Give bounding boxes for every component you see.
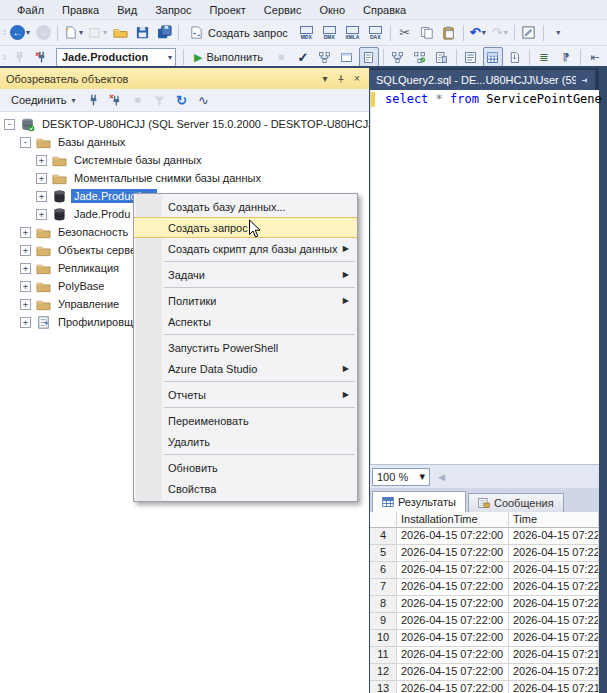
- tree-item[interactable]: -DESKTOP-U80HCJJ (SQL Server 15.0.2000 -…: [0, 115, 369, 133]
- save-all-button[interactable]: [154, 23, 174, 43]
- context-menu-item[interactable]: Переименовать: [134, 410, 357, 431]
- expand-icon[interactable]: +: [20, 281, 31, 292]
- new-file-button[interactable]: ▾: [62, 23, 84, 43]
- time-cell[interactable]: 2026-04-15 07:22:: [509, 528, 599, 545]
- menu-item-1[interactable]: Файл: [8, 2, 53, 18]
- row-number-cell[interactable]: 13: [370, 681, 397, 693]
- zoom-combobox[interactable]: 100 % ▾: [372, 468, 430, 486]
- context-menu-item[interactable]: Свойства: [134, 478, 357, 499]
- query-tab[interactable]: SQLQuery2.sql - DE...U80HCJJ\User (59))*: [370, 70, 595, 90]
- row-number-cell[interactable]: 10: [370, 630, 397, 647]
- grid-row[interactable]: 92026-04-15 07:22:002026-04-15 07:22:: [370, 613, 599, 630]
- grid-row[interactable]: 102026-04-15 07:22:002026-04-15 07:22:: [370, 630, 599, 647]
- disconnect-button[interactable]: [106, 90, 126, 110]
- time-cell[interactable]: 2026-04-15 07:22:: [509, 596, 599, 613]
- time-cell[interactable]: 2026-04-15 07:22:: [509, 579, 599, 596]
- outdent-button[interactable]: ⇤: [585, 47, 605, 67]
- database-combobox[interactable]: Jade.Production ▾: [56, 48, 176, 67]
- installation-time-cell[interactable]: 2026-04-15 07:22:00: [397, 630, 509, 647]
- context-menu-item[interactable]: Аспекты: [134, 311, 357, 332]
- collapse-icon[interactable]: -: [20, 137, 31, 148]
- grid-row[interactable]: 72026-04-15 07:22:002026-04-15 07:22:: [370, 579, 599, 596]
- new-query-button[interactable]: Создать запрос: [183, 23, 294, 43]
- query-options-button[interactable]: [337, 47, 357, 67]
- live-statistics-button[interactable]: [410, 47, 430, 67]
- editor-body[interactable]: select * from ServicePointGene: [371, 90, 602, 464]
- grid-row[interactable]: 62026-04-15 07:22:002026-04-15 07:22:: [370, 562, 599, 579]
- row-number-cell[interactable]: 11: [370, 647, 397, 664]
- tree-item[interactable]: -Базы данных: [0, 133, 369, 151]
- hscroll-left-arrow[interactable]: ◀: [438, 472, 445, 482]
- back-button[interactable]: ←▾: [9, 23, 31, 43]
- installation-time-cell[interactable]: 2026-04-15 07:22:00: [397, 545, 509, 562]
- grid-row[interactable]: 132026-04-15 07:22:002026-04-15 07:21:: [370, 681, 599, 693]
- row-number-cell[interactable]: 8: [370, 596, 397, 613]
- context-menu-item[interactable]: Политики▶: [134, 290, 357, 311]
- dax-query-button[interactable]: DAX: [365, 23, 386, 43]
- estimated-plan-button[interactable]: [315, 47, 335, 67]
- row-number-cell[interactable]: 7: [370, 579, 397, 596]
- properties-window-button[interactable]: [519, 23, 539, 43]
- toolbar-grip[interactable]: ⁞⁞: [0, 46, 8, 68]
- installation-time-cell[interactable]: 2026-04-15 07:22:00: [397, 562, 509, 579]
- filter-button[interactable]: [150, 90, 170, 110]
- stop-button[interactable]: ■: [128, 90, 148, 110]
- client-statistics-button[interactable]: [432, 47, 452, 67]
- grid-row[interactable]: 122026-04-15 07:22:002026-04-15 07:21:: [370, 664, 599, 681]
- installation-time-cell[interactable]: 2026-04-15 07:22:00: [397, 528, 509, 545]
- installation-time-cell[interactable]: 2026-04-15 07:22:00: [397, 596, 509, 613]
- tab-results[interactable]: Результаты: [372, 491, 466, 512]
- expand-icon[interactable]: +: [36, 209, 47, 220]
- pin-button[interactable]: [333, 71, 349, 86]
- intellisense-button[interactable]: [359, 47, 379, 67]
- menu-item-4[interactable]: Запрос: [146, 2, 200, 18]
- toolbar-grip[interactable]: ⁞⁞: [0, 20, 8, 45]
- time-cell[interactable]: 2026-04-15 07:22:: [509, 562, 599, 579]
- menu-item-3[interactable]: Вид: [108, 2, 146, 18]
- row-number-cell[interactable]: 6: [370, 562, 397, 579]
- installation-time-cell[interactable]: 2026-04-15 07:22:00: [397, 681, 509, 693]
- cut-button[interactable]: ✂: [395, 23, 415, 43]
- grid-row[interactable]: 52026-04-15 07:22:002026-04-15 07:22:: [370, 545, 599, 562]
- results-to-text-button[interactable]: [461, 47, 481, 67]
- installation-time-cell[interactable]: 2026-04-15 07:22:00: [397, 664, 509, 681]
- undo-button[interactable]: ↶▾: [468, 23, 488, 43]
- collapse-icon[interactable]: -: [4, 119, 15, 130]
- comment-button[interactable]: ≣: [534, 47, 554, 67]
- installation-time-cell[interactable]: 2026-04-15 07:22:00: [397, 647, 509, 664]
- row-number-cell[interactable]: 12: [370, 664, 397, 681]
- menu-item-7[interactable]: Окно: [311, 2, 355, 18]
- connect-button[interactable]: [9, 47, 29, 67]
- sql-editor[interactable]: select * from ServicePointGene: [370, 90, 599, 464]
- context-menu-item[interactable]: Отчеты▶: [134, 384, 357, 405]
- context-menu-item[interactable]: Создать запрос: [134, 217, 357, 238]
- time-cell[interactable]: 2026-04-15 07:21:: [509, 664, 599, 681]
- time-cell[interactable]: 2026-04-15 07:21:: [509, 647, 599, 664]
- copy-button[interactable]: [417, 23, 437, 43]
- expand-icon[interactable]: +: [20, 299, 31, 310]
- column-header-installation-time[interactable]: InstallationTime: [397, 512, 509, 528]
- mdx-query-button[interactable]: MDX: [296, 23, 317, 43]
- expand-icon[interactable]: +: [36, 155, 47, 166]
- tree-item[interactable]: +Системные базы данных: [0, 151, 369, 169]
- menu-item-2[interactable]: Правка: [53, 2, 108, 18]
- xmla-query-button[interactable]: XMLA: [342, 23, 363, 43]
- menu-item-6[interactable]: Сервис: [255, 2, 311, 18]
- results-to-file-button[interactable]: [505, 47, 525, 67]
- expand-icon[interactable]: +: [20, 317, 31, 328]
- actual-plan-button[interactable]: [388, 47, 408, 67]
- context-menu-item[interactable]: Удалить: [134, 431, 357, 452]
- add-item-button[interactable]: ▾: [86, 23, 108, 43]
- pin-icon[interactable]: [581, 76, 589, 85]
- expand-icon[interactable]: +: [36, 173, 47, 184]
- grid-row[interactable]: 42026-04-15 07:22:002026-04-15 07:22:: [370, 528, 599, 545]
- expand-icon[interactable]: +: [20, 245, 31, 256]
- context-menu-item[interactable]: Создать базу данных...: [134, 196, 357, 217]
- menu-item-5[interactable]: Проект: [201, 2, 255, 18]
- time-cell[interactable]: 2026-04-15 07:22:: [509, 545, 599, 562]
- column-header-time[interactable]: Time: [509, 512, 599, 528]
- time-cell[interactable]: 2026-04-15 07:21:: [509, 681, 599, 693]
- row-number-cell[interactable]: 4: [370, 528, 397, 545]
- context-menu-item[interactable]: Запустить PowerShell: [134, 337, 357, 358]
- tab-messages[interactable]: Сообщения: [468, 493, 564, 512]
